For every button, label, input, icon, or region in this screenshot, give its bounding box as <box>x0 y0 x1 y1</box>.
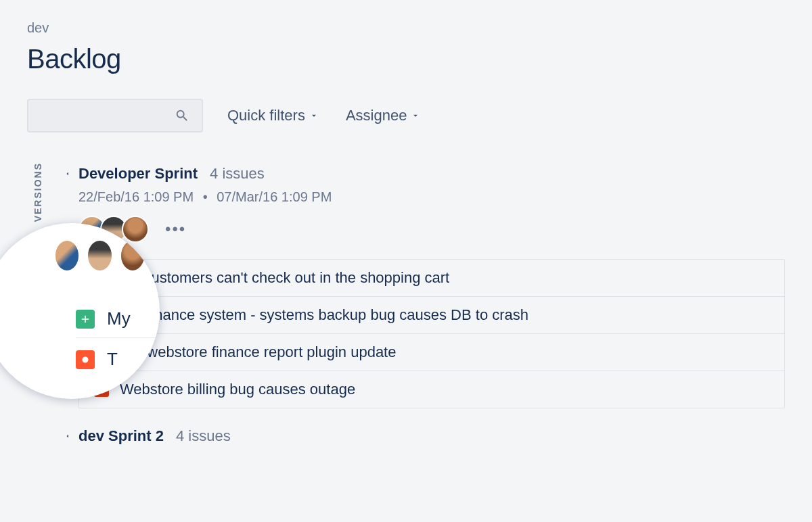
quick-filters-dropdown[interactable]: Quick filters <box>225 103 321 128</box>
issue-row[interactable]: My customers can't check out in the shop… <box>79 260 784 297</box>
issue-summary: T <box>107 349 118 370</box>
avatar[interactable] <box>122 216 149 243</box>
sprint-date-range: 22/Feb/16 1:09 PM • 07/Mar/16 1:09 PM <box>78 189 785 205</box>
sprint-name: dev Sprint 2 <box>78 427 164 445</box>
story-icon <box>76 310 95 329</box>
page-title: Backlog <box>27 44 785 74</box>
sprint-start-date: 22/Feb/16 1:09 PM <box>78 189 194 204</box>
issue-row[interactable]: Webstore billing bug causes outage <box>79 371 784 408</box>
sprint-end-date: 07/Mar/16 1:09 PM <box>217 189 332 204</box>
sprint-name: Developer Sprint <box>78 165 198 183</box>
versions-tab[interactable]: VERSIONS <box>32 162 43 222</box>
sprint-header[interactable]: dev Sprint 2 4 issues <box>64 427 785 445</box>
issue-row[interactable]: TIS webstore finance report plugin updat… <box>79 334 784 371</box>
chevron-down-icon <box>309 111 319 120</box>
issue-summary: Webstore billing bug causes outage <box>120 381 355 398</box>
assignee-label: Assignee <box>346 107 407 124</box>
chevron-down-icon <box>64 432 72 440</box>
more-actions-icon[interactable]: ••• <box>161 220 190 239</box>
search-icon <box>175 108 189 123</box>
chevron-down-icon <box>64 170 72 178</box>
issue-count: 4 issues <box>176 427 231 445</box>
issue-summary: TIS finance system - systems backup bug … <box>120 306 528 324</box>
issue-summary: My customers can't check out in the shop… <box>120 269 449 287</box>
assignee-dropdown[interactable]: Assignee <box>343 103 424 128</box>
breadcrumb[interactable]: dev <box>27 20 785 36</box>
bug-icon <box>76 350 95 369</box>
svg-point-4 <box>83 356 89 362</box>
issue-list: My customers can't check out in the shop… <box>78 259 785 408</box>
issue-row[interactable]: TIS finance system - systems backup bug … <box>79 297 784 334</box>
issue-count: 4 issues <box>210 165 265 183</box>
avatar <box>87 239 112 272</box>
sprint-header[interactable]: Developer Sprint 4 issues <box>64 165 785 183</box>
avatar <box>54 239 80 272</box>
issue-summary: My <box>107 308 131 329</box>
issue-summary: TIS webstore finance report plugin updat… <box>120 343 396 361</box>
search-input[interactable] <box>27 99 203 133</box>
quick-filters-label: Quick filters <box>227 107 305 124</box>
chevron-down-icon <box>411 111 420 120</box>
